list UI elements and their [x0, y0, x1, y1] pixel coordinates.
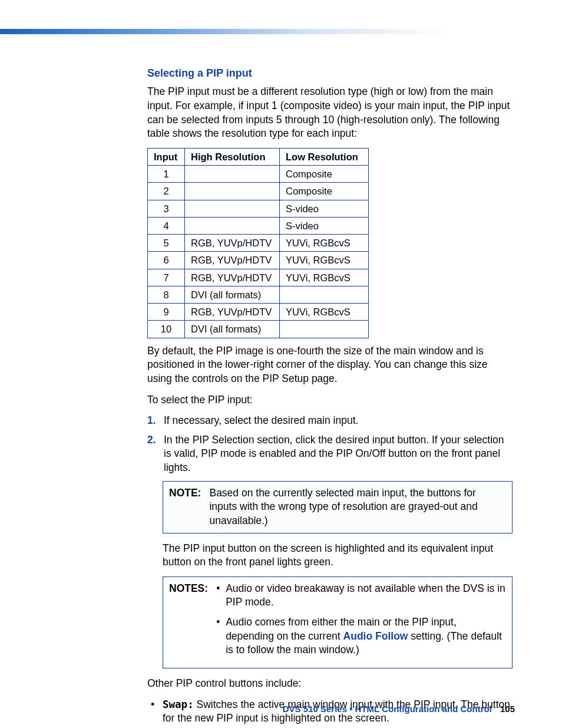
select-intro: To select the PIP input:	[147, 393, 513, 407]
step-item: 1.If necessary, select the desired main …	[147, 414, 513, 428]
other-intro: Other PIP control buttons include:	[147, 677, 513, 691]
step-number: 2.	[147, 433, 156, 447]
table-row: 2Composite	[148, 183, 369, 200]
table-row: 1Composite	[148, 166, 369, 183]
table-row: 5RGB, YUVp/HDTVYUVi, RGBcvS	[148, 235, 369, 252]
page-content: Selecting a PIP input The PIP input must…	[147, 66, 513, 728]
swap-label: Swap:	[163, 699, 194, 710]
step-text: In the PIP Selection section, click the …	[164, 434, 504, 473]
note-box: NOTE: Based on the currently selected ma…	[163, 481, 513, 533]
audio-follow-link[interactable]: Audio Follow	[343, 630, 408, 642]
header-gradient	[0, 29, 562, 34]
notes-item: Audio comes from either the main or the …	[216, 615, 506, 657]
notes-label: NOTES:	[169, 582, 208, 596]
step-text: If necessary, select the desired main in…	[164, 414, 358, 426]
table-header-input: Input	[148, 148, 185, 165]
table-row: 6RGB, YUVp/HDTVYUVi, RGBcvS	[148, 252, 369, 269]
table-header-low: Low Resolution	[280, 148, 369, 165]
after-table-paragraph: By default, the PIP image is one-fourth …	[147, 344, 513, 386]
note-text: Based on the currently selected main inp…	[209, 486, 506, 528]
footer-page-number: 105	[500, 704, 515, 714]
table-row: 3S-video	[148, 200, 369, 217]
steps-list: 1.If necessary, select the desired main …	[147, 414, 513, 475]
table-row: 8DVI (all formats)	[148, 286, 369, 303]
after-note-paragraph: The PIP input button on the screen is hi…	[163, 542, 513, 569]
note-label: NOTE:	[169, 486, 201, 500]
table-row: 10DVI (all formats)	[148, 321, 369, 338]
table-row: 4S-video	[148, 217, 369, 234]
intro-paragraph: The PIP input must be a different resolu…	[147, 85, 513, 141]
step-number: 1.	[147, 414, 156, 428]
step-item: 2.In the PIP Selection section, click th…	[147, 433, 513, 475]
resolution-table: Input High Resolution Low Resolution 1Co…	[147, 148, 369, 338]
table-row: 7RGB, YUVp/HDTVYUVi, RGBcvS	[148, 269, 369, 286]
section-heading: Selecting a PIP input	[147, 66, 513, 80]
notes-item: Audio or video breakaway is not availabl…	[216, 582, 506, 610]
notes-box: NOTES: Audio or video breakaway is not a…	[163, 577, 513, 668]
page-footer: DVS 510 Series • HTML Configuration and …	[283, 703, 515, 715]
table-row: 9RGB, YUVp/HDTVYUVi, RGBcvS	[148, 304, 369, 321]
footer-title: DVS 510 Series • HTML Configuration and …	[283, 704, 492, 714]
table-header-high: High Resolution	[185, 148, 280, 165]
